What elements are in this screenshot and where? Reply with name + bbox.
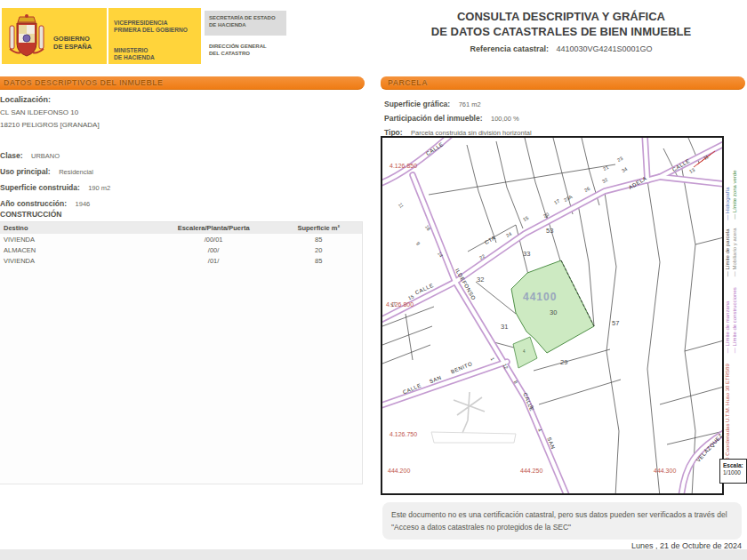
- legend-item: — Hidrografía: [725, 187, 730, 220]
- parcel-number-label: 32: [477, 276, 484, 284]
- clase-label: Clase:: [0, 151, 23, 160]
- localizacion-label: Localización:: [0, 95, 51, 104]
- bottom-gutter: [0, 549, 747, 560]
- ano-construccion-label: Año construcción:: [0, 199, 67, 208]
- legend-item: — Límite de parcela: [725, 229, 730, 277]
- construccion-header-row: Destino Escalera/Planta/Puerta Superfici…: [0, 222, 362, 234]
- uso-label: Uso principal:: [0, 167, 51, 176]
- map-coordinate-label: 4.126.850: [390, 163, 417, 169]
- disclaimer-box: Este documento no es una certificación c…: [382, 502, 742, 540]
- scale-box: Escala: 1/1000: [719, 459, 747, 484]
- col-escalera-planta-puerta: Escalera/Planta/Puerta: [152, 222, 275, 234]
- parcel-number-label: 30: [550, 308, 557, 316]
- cell-destino: ALMACEN: [0, 244, 152, 255]
- cell-escalera: /01/: [152, 255, 275, 266]
- superficie-grafica-label: Superficie gráfica:: [384, 100, 450, 108]
- cell-superficie: 85: [275, 255, 362, 266]
- legend-item: — Límite de construcciones: [731, 287, 738, 353]
- construccion-title: CONSTRUCCIÓN: [0, 210, 61, 219]
- subject-parcel-ref-label: 44100: [523, 291, 557, 303]
- cadastral-consult-document: GOBIERNO DE ESPAÑA VICEPRESIDENCIA PRIME…: [0, 0, 747, 560]
- legend-item: — Mobiliario y acera: [732, 228, 737, 277]
- superficie-construida-value: 190 m2: [88, 184, 110, 192]
- field-superficie-construida: Superficie construida: 190 m2: [0, 178, 110, 194]
- field-clase: Clase: URBANO: [0, 146, 60, 162]
- disclaimer-text: Este documento no es una certificación c…: [391, 510, 727, 532]
- legend-item: — Límite de manzana: [724, 287, 731, 353]
- cell-superficie: 20: [275, 244, 362, 255]
- col-destino: Destino: [0, 222, 152, 234]
- house-number-label: 4: [523, 349, 526, 354]
- table-row: VIVIENDA /00/01 85: [0, 234, 362, 244]
- section-header-parcela: PARCELA: [381, 76, 745, 90]
- map-coordinate-label: 444.250: [520, 468, 542, 474]
- cadastral-reference: Referencia catastral: 4410030VG4241S0001…: [382, 44, 740, 53]
- scale-label: Escala:: [723, 462, 746, 469]
- parcel-number-label: 57: [612, 319, 619, 327]
- section-header-datos-descriptivos: DATOS DESCRIPTIVOS DEL INMUEBLE: [0, 76, 365, 90]
- address-line-2: 18210 PELIGROS [GRANADA]: [0, 121, 100, 129]
- cell-destino: VIVIENDA: [0, 234, 152, 244]
- uso-value: Residencial: [59, 168, 93, 176]
- parcel-number-label: 33: [523, 250, 530, 258]
- map-coordinate-label: 444.300: [654, 468, 676, 474]
- field-uso-principal: Uso principal: Residencial: [0, 162, 93, 178]
- spain-coat-of-arms-icon: [8, 13, 45, 60]
- parcel-number-label: 53: [546, 227, 553, 235]
- cell-escalera: /00/01: [152, 234, 275, 244]
- title-line-2: DE DATOS CATASTRALES DE BIEN INMUEBLE: [382, 24, 740, 39]
- parcel-number-label: 29: [560, 358, 567, 366]
- reference-label: Referencia catastral:: [470, 44, 549, 53]
- map-coordinate-label: 444.200: [388, 468, 410, 474]
- parcel-number-label: 31: [501, 323, 508, 331]
- col-superficie: Superficie m²: [275, 222, 362, 234]
- superficie-grafica-value: 761 m2: [459, 100, 481, 108]
- scale-value: 1/1000: [723, 469, 746, 476]
- superficie-construida-label: Superficie construida:: [0, 183, 80, 192]
- direccion-general-label: DIRECCIÓN GENERAL DEL CATASTRO: [209, 43, 267, 57]
- cell-destino: VIVIENDA: [0, 255, 152, 266]
- field-ano-construccion: Año construcción: 1946: [0, 194, 90, 210]
- construccion-table: Destino Escalera/Planta/Puerta Superfici…: [0, 222, 362, 266]
- construccion-panel: Destino Escalera/Planta/Puerta Superfici…: [0, 221, 363, 484]
- subject-parcel-polygon: [511, 260, 594, 353]
- government-name: GOBIERNO DE ESPAÑA: [53, 35, 92, 51]
- table-row: ALMACEN /00/ 20: [0, 244, 362, 255]
- reference-value: 4410030VG4241S0001GO: [556, 44, 652, 53]
- document-title: CONSULTA DESCRIPTIVA Y GRÁFICA DE DATOS …: [382, 9, 740, 53]
- participacion-label: Participación del inmueble:: [384, 114, 483, 123]
- ministerio-label: MINISTERIO DE HACIENDA: [114, 47, 155, 61]
- map-coordinate-label: 4.126.750: [390, 431, 417, 437]
- table-row: VIVIENDA /01/ 85: [0, 255, 362, 266]
- cadastral-map: 4.126.850 4.126.800 4.126.750 444.200 44…: [381, 136, 724, 495]
- cell-escalera: /00/: [152, 244, 275, 255]
- participacion-value: 100,00 %: [491, 115, 519, 123]
- title-line-1: CONSULTA DESCRIPTIVA Y GRÁFICA: [382, 9, 740, 24]
- legend-group-manzana: — Límite de manzana — Límite de construc…: [724, 287, 738, 353]
- road-junction-sketch: [454, 392, 485, 433]
- logo-divider: [107, 8, 108, 64]
- ano-construccion-value: 1946: [76, 200, 91, 208]
- legend-group-parcela: — Límite de parcela — Hidrografía — Mobi…: [724, 170, 738, 276]
- address-line-1: CL SAN ILDEFONSO 10: [0, 108, 78, 116]
- cell-superficie: 85: [275, 234, 362, 244]
- clase-value: URBANO: [31, 152, 60, 160]
- legend-item: — Límite zona verde: [732, 170, 737, 219]
- government-logo-block: GOBIERNO DE ESPAÑA VICEPRESIDENCIA PRIME…: [2, 8, 201, 64]
- map-legend: 444.300 Coordenadas U.T.M. Huso 30 ETRS8…: [724, 139, 747, 487]
- secretaria-box: SECRETARÍA DE ESTADO DE HACIENDA: [205, 11, 286, 36]
- vicepresidencia-label: VICEPRESIDENCIA PRIMERA DEL GOBIERNO: [114, 20, 188, 34]
